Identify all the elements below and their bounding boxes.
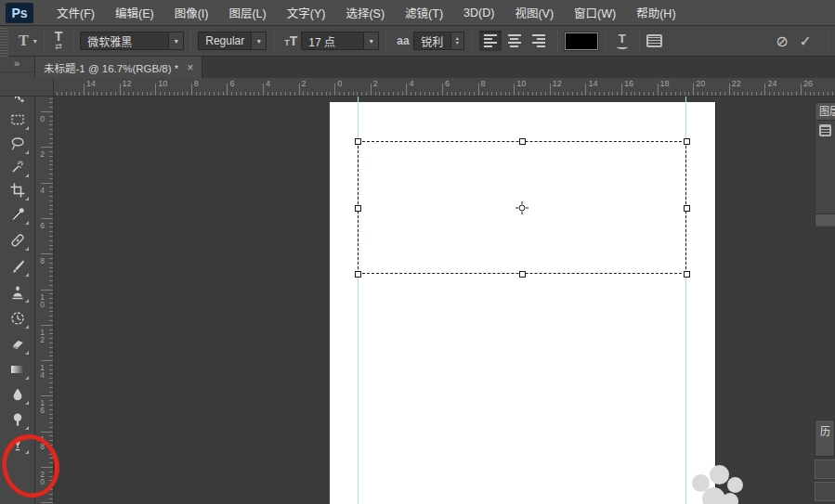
ruler-top-label-0: 14 — [86, 79, 96, 88]
handle-bottom-left[interactable] — [355, 271, 361, 278]
dodge-tool[interactable] — [5, 407, 31, 432]
collapsed-panel-button[interactable] — [815, 482, 835, 501]
ruler-top-label-18: 22 — [732, 79, 741, 88]
align-right-button[interactable] — [528, 31, 550, 51]
ruler-left-label-9: 18 — [38, 434, 46, 449]
clone-stamp-tool[interactable] — [5, 280, 31, 304]
eyedropper-tool-icon — [9, 206, 26, 223]
ruler-origin-corner[interactable] — [0, 78, 54, 97]
spinner-arrows-icon[interactable]: ▴▾ — [450, 32, 463, 49]
crop-tool[interactable] — [5, 178, 31, 202]
magic-wand-tool[interactable] — [5, 155, 31, 179]
tools-panel: » — [0, 57, 35, 504]
ruler-top-label-11: 8 — [481, 79, 486, 88]
menu-item-4[interactable]: 文字(Y) — [277, 0, 336, 26]
canvas-area[interactable] — [54, 97, 835, 504]
vertical-ruler[interactable]: 02468101214161820 — [35, 97, 54, 504]
type-tool-preset-icon[interactable]: T — [16, 32, 32, 49]
transform-reference-point-icon — [515, 201, 528, 214]
divider — [190, 30, 191, 52]
dropdown-arrow-icon[interactable]: ▾ — [251, 32, 266, 49]
cancel-edits-icon[interactable]: ⊘ — [770, 32, 793, 50]
history-brush-tool[interactable] — [5, 306, 31, 330]
history-panel-tab[interactable]: 历 — [815, 420, 835, 457]
font-size-select[interactable]: 17 点 ▾ — [301, 32, 379, 50]
history-brush-tool-icon — [9, 310, 26, 327]
eyedropper-tool[interactable] — [5, 202, 31, 226]
horizontal-ruler[interactable]: 141210864202468101214161820222426 — [54, 78, 835, 97]
tool-preset-dropdown-arrow-icon[interactable]: ▾ — [33, 37, 37, 45]
tool-options-bar: T ▾ T ⇄ 微软雅黑 ▾ Regular ▾ TT 17 点 ▾ aa 锐利… — [0, 26, 835, 57]
gradient-tool[interactable] — [5, 357, 31, 381]
options-bar-grip[interactable] — [0, 26, 8, 57]
divider — [72, 30, 73, 52]
handle-top-right[interactable] — [684, 138, 690, 145]
ruler-left-label-3: 6 — [38, 221, 46, 228]
collapsed-panel-button[interactable] — [815, 459, 835, 479]
menu-item-3[interactable]: 图层(L) — [218, 0, 276, 26]
lasso-tool[interactable] — [5, 132, 31, 156]
ruler-top-label-7: 0 — [337, 79, 342, 88]
photoshop-window: Ps 文件(F)编辑(E)图像(I)图层(L)文字(Y)选择(S)滤镜(T)3D… — [0, 0, 835, 504]
healing-brush-tool-icon — [9, 232, 26, 249]
layers-panel-title: 图层 — [815, 103, 835, 121]
brush-tool[interactable] — [5, 254, 31, 278]
menu-item-5[interactable]: 选择(S) — [335, 0, 395, 26]
text-color-swatch[interactable] — [565, 32, 598, 50]
marquee-tool[interactable] — [5, 108, 31, 132]
document-tab-bar: 未标题-1 @ 16.7%(RGB/8) * × — [35, 57, 835, 78]
menu-item-0[interactable]: 文件(F) — [46, 0, 105, 26]
dropdown-arrow-icon[interactable]: ▾ — [168, 32, 183, 49]
close-tab-icon[interactable]: × — [187, 61, 193, 74]
history-panel-dock[interactable]: 历 — [815, 420, 835, 504]
menu-item-9[interactable]: 窗口(W) — [564, 0, 626, 26]
anti-alias-select[interactable]: 锐利 ▴▾ — [413, 32, 464, 50]
menu-item-6[interactable]: 滤镜(T) — [395, 0, 453, 26]
handle-bottom-center[interactable] — [519, 271, 526, 278]
crop-tool-icon — [9, 182, 26, 199]
align-center-button[interactable] — [503, 31, 526, 51]
lasso-tool-icon — [9, 136, 26, 152]
ruler-left-label-10: 20 — [38, 470, 46, 485]
eraser-tool[interactable] — [5, 332, 31, 356]
menu-item-10[interactable]: 帮助(H) — [626, 0, 685, 26]
collapse-tools-icon[interactable]: » — [0, 57, 34, 72]
dropdown-arrow-icon[interactable]: ▾ — [363, 32, 378, 49]
ruler-left-label-5: 10 — [38, 292, 46, 307]
toggle-character-panel-icon[interactable] — [646, 34, 662, 47]
menu-item-7[interactable]: 3D(D) — [453, 2, 504, 24]
font-style-select[interactable]: Regular ▾ — [198, 32, 267, 50]
menu-item-2[interactable]: 图像(I) — [164, 0, 219, 26]
blur-tool-icon — [9, 386, 26, 403]
font-size-icon: TT — [281, 32, 301, 49]
handle-top-left[interactable] — [355, 138, 361, 145]
ruler-top-label-5: 4 — [266, 79, 270, 88]
document-tab[interactable]: 未标题-1 @ 16.7%(RGB/8) * × — [35, 57, 202, 78]
handle-middle-left[interactable] — [355, 205, 361, 212]
ruler-top-label-12: 10 — [516, 79, 526, 88]
photoshop-logo: Ps — [6, 3, 33, 23]
handle-middle-right[interactable] — [684, 205, 690, 212]
menu-item-8[interactable]: 视图(V) — [504, 0, 564, 26]
commit-edits-icon[interactable]: ✓ — [794, 32, 817, 50]
watermark-logo — [683, 459, 766, 504]
handle-top-center[interactable] — [519, 138, 526, 145]
divider — [639, 30, 640, 52]
handle-bottom-right[interactable] — [684, 271, 690, 278]
ruler-top-label-14: 14 — [588, 79, 597, 88]
blur-tool[interactable] — [5, 382, 31, 407]
pen-tool[interactable] — [5, 432, 31, 456]
brush-tool-icon — [9, 258, 26, 275]
align-left-button[interactable] — [479, 31, 502, 51]
panel-footer — [815, 213, 835, 226]
layers-panel-icon[interactable] — [819, 124, 831, 136]
divider — [557, 30, 558, 52]
menu-item-1[interactable]: 编辑(E) — [105, 0, 164, 26]
healing-brush-tool[interactable] — [5, 228, 31, 252]
warp-text-icon[interactable]: T — [612, 33, 633, 49]
ruler-top-label-4: 6 — [229, 79, 234, 88]
font-family-select[interactable]: 微软雅黑 ▾ — [80, 32, 184, 50]
text-orientation-toggle-icon[interactable]: T ⇄ — [51, 32, 67, 51]
ruler-top-label-9: 4 — [409, 79, 413, 88]
layers-panel-dock[interactable]: 图层 — [815, 102, 835, 228]
